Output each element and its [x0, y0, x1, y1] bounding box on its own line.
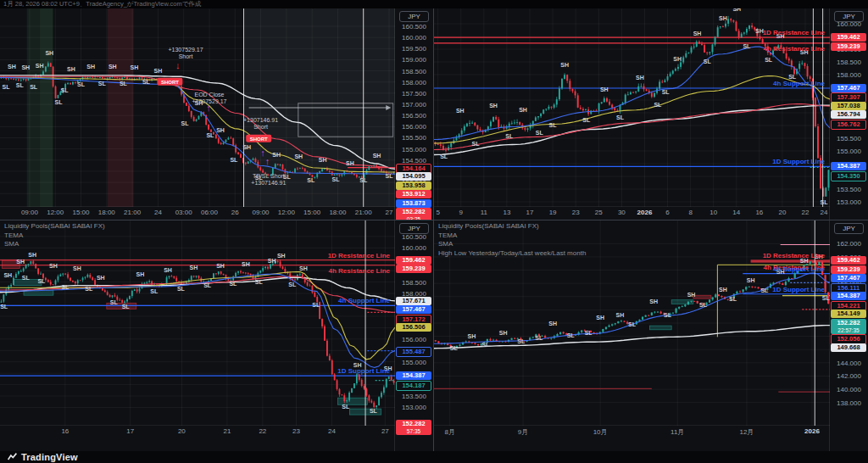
price-tick-label: 158.500 — [395, 279, 433, 287]
session-band — [108, 8, 134, 207]
session-band — [40, 8, 53, 207]
plot-area-top-left[interactable]: SHSLSHSLSHSLSHSLSHSLSHSLSHSLSHSLSHSLSLSH… — [0, 8, 395, 207]
swing-high-label: SH — [499, 330, 508, 336]
swing-high-label: SH — [108, 64, 117, 70]
footer-bar: TradingView — [0, 451, 868, 463]
swing-high-label: SH — [649, 298, 658, 304]
current-price-badge: 152.28222:57:35 — [831, 319, 866, 334]
price-axis-top-left[interactable]: JPY153.000153.500154.000154.500155.00015… — [394, 8, 433, 220]
price-badge: 159.462 — [396, 256, 431, 265]
swing-low-label: SL — [120, 81, 128, 86]
time-label: 9月 — [506, 427, 540, 437]
swing-low-label: SL — [821, 199, 829, 205]
swing-high-label: SH — [456, 108, 465, 114]
time-label: 2026 — [795, 427, 829, 435]
swing-high-label: SH — [73, 265, 81, 271]
swing-low-label: SL — [549, 122, 558, 128]
swing-low-label: SL — [54, 99, 63, 105]
swing-high-label: SH — [131, 64, 139, 70]
swing-high-label: SH — [8, 64, 16, 70]
swing-high-label: SH — [373, 153, 381, 159]
price-tick-label: 160.000 — [395, 34, 433, 42]
swing-high-label: SH — [319, 157, 327, 163]
moving-average-line — [0, 272, 395, 360]
chart-panel-bottom-right[interactable]: SLSHSLSHSLSLSHSLSLSHSHSLSHSLSHSLSHSLSHSL… — [434, 220, 868, 451]
candlestick-chart[interactable]: SLSHSLSHSLSHSLSLSHSLSHSLSHSLSLSHSHSLSHSH… — [434, 8, 830, 207]
candlestick-chart[interactable]: SHSLSHSHSLSLSHSLSHSLSHSLSLSHSLSHSLSHSLSH… — [0, 220, 395, 426]
price-tick-label: 159.000 — [395, 56, 433, 64]
swing-low-label: SL — [288, 282, 297, 287]
price-badge: 159.239 — [831, 42, 866, 51]
price-tick-label: 155.000 — [395, 359, 433, 366]
price-tick-label: 153.000 — [830, 198, 868, 206]
swing-high-label: SH — [16, 259, 25, 265]
swing-low-label: SL — [110, 299, 119, 305]
level-line-label: 1D Support Line — [772, 286, 825, 293]
level-line-label: 1D Resistance Line — [763, 252, 826, 259]
chart-panel-top-left[interactable]: SHSLSHSLSHSLSHSLSHSLSHSLSHSLSHSLSHSLSLSH… — [0, 8, 434, 220]
swing-low-label: SL — [536, 130, 544, 136]
price-tick-label: 158.500 — [830, 59, 868, 66]
price-badge: 153.958 — [396, 181, 431, 190]
price-tick-label: 158.500 — [395, 68, 433, 75]
swing-high-label: SH — [242, 261, 250, 267]
swing-high-label: SH — [719, 15, 727, 21]
price-badge: 154.187 — [396, 381, 431, 391]
candlestick-chart[interactable]: SLSHSLSHSLSLSHSLSLSHSHSLSHSLSHSLSHSLSHSL… — [434, 220, 830, 426]
price-badge: 157.467 — [831, 84, 866, 92]
time-axis-bottom-right[interactable]: 8月9月10月11月12月2026 — [434, 425, 830, 451]
currency-unit-button[interactable]: JPY — [834, 223, 864, 234]
price-badge: 154.350 — [831, 171, 866, 181]
price-badge: 153.873 — [396, 199, 431, 208]
swing-high-label: SH — [154, 68, 163, 74]
price-axis-bottom-left[interactable]: JPY153.000153.500154.000154.500155.00015… — [394, 220, 433, 451]
swing-low-label: SL — [177, 286, 186, 292]
trade-annotation[interactable]: +1307529.17Short — [168, 47, 203, 59]
swing-low-label: SL — [230, 157, 238, 163]
swing-low-label: SL — [664, 312, 672, 318]
price-tick-label: 144.000 — [830, 360, 868, 367]
candlestick-chart[interactable]: SHSLSHSLSHSLSHSLSHSLSHSLSHSLSHSLSHSLSLSH… — [0, 8, 395, 207]
price-badge: 155.487 — [396, 347, 431, 357]
swing-low-label: SL — [150, 288, 159, 294]
swing-low-label: SL — [203, 282, 212, 288]
price-badge: 157.467 — [396, 305, 431, 314]
currency-unit-button[interactable]: JPY — [399, 11, 429, 22]
swing-high-label: SH — [548, 321, 557, 326]
time-axis-top-left[interactable]: 09:0012:0015:0018:0021:002403:0006:00260… — [0, 206, 395, 220]
chart-panel-bottom-left[interactable]: SHSLSHSHSLSLSHSLSHSLSHSLSLSHSLSHSLSHSLSH… — [0, 220, 434, 451]
plot-area-top-right[interactable]: SLSHSLSHSLSHSLSLSHSLSHSLSHSLSLSHSHSLSHSH… — [434, 8, 830, 207]
swing-low-label: SL — [332, 176, 341, 182]
swing-low-label: SL — [3, 84, 11, 90]
chart-panel-top-right[interactable]: SLSHSLSHSLSHSLSLSHSLSHSLSHSLSLSHSHSLSHSH… — [434, 8, 868, 220]
price-badge: 156.506 — [396, 323, 431, 332]
tradingview-logo-text[interactable]: TradingView — [21, 452, 78, 462]
price-tick-label: 153.500 — [830, 186, 868, 193]
swing-high-label: SH — [49, 263, 58, 269]
price-badge: 154.095 — [396, 172, 431, 181]
trade-annotation[interactable]: TP/SL Short+1307146.91 — [251, 173, 286, 186]
price-axis-bottom-right[interactable]: JPY138.000140.000142.000144.000146.00014… — [829, 220, 868, 451]
price-tick-label: 155.500 — [395, 134, 433, 142]
plot-area-bottom-left[interactable]: SHSLSHSHSLSLSHSLSHSLSHSLSLSHSLSHSLSHSLSH… — [0, 220, 395, 426]
swing-high-label: SH — [136, 271, 145, 277]
price-badge: 157.671 — [396, 297, 431, 305]
time-label: 21 — [210, 427, 244, 435]
plot-area-bottom-right[interactable]: SLSHSLSHSLSLSHSLSLSHSHSLSHSLSHSLSHSLSHSL… — [434, 220, 830, 426]
swing-low-label: SL — [307, 177, 315, 183]
swing-low-label: SL — [585, 330, 593, 336]
level-line-label: 4h Support Line — [773, 265, 825, 273]
swing-low-label: SL — [206, 132, 214, 138]
swing-low-label: SL — [729, 296, 737, 302]
tradingview-logo-icon[interactable] — [7, 452, 18, 463]
time-axis-bottom-left[interactable]: 1617202122232427 — [0, 425, 395, 451]
swing-low-label: SL — [699, 302, 708, 308]
price-tick-label: 160.000 — [395, 244, 433, 252]
price-badge: 154.387 — [831, 162, 866, 170]
chart-grid: SHSLSHSLSHSLSHSLSHSLSHSLSHSLSHSLSHSLSLSH… — [0, 8, 868, 451]
swing-high-label: SH — [242, 144, 251, 150]
time-axis-top-right[interactable]: 5911131719232530202668101416202224 — [434, 206, 830, 220]
swing-low-label: SL — [85, 286, 93, 292]
swing-low-label: SL — [37, 278, 46, 284]
price-axis-top-right[interactable]: JPY153.000153.500154.000154.500155.00015… — [829, 8, 868, 220]
